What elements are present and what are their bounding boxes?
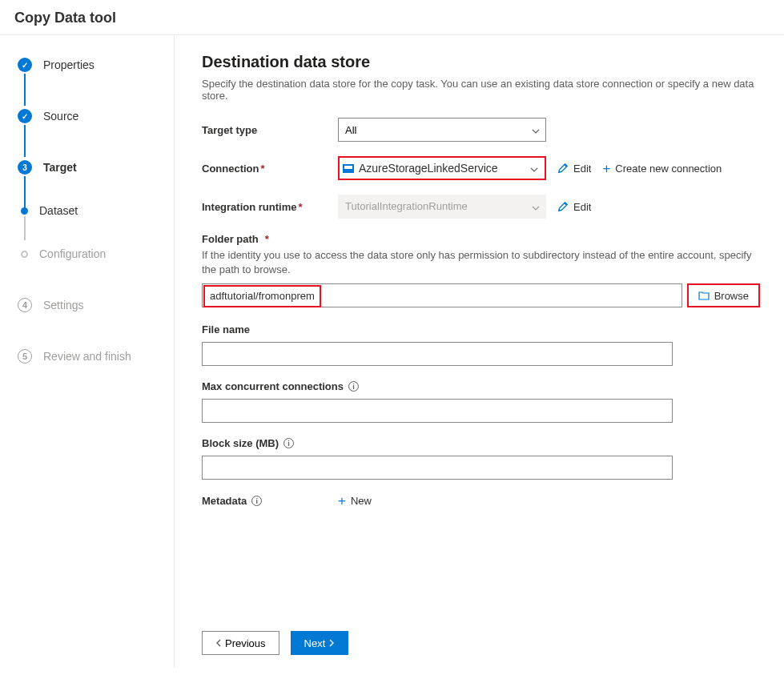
folder-path-input[interactable]: adftutorial/fromonprem bbox=[202, 283, 682, 307]
step-number-icon: 3 bbox=[18, 160, 32, 175]
sidebar-step-configuration[interactable]: Configuration bbox=[18, 243, 166, 264]
substep-dot-icon bbox=[21, 251, 28, 258]
sidebar-step-source[interactable]: ✓ Source bbox=[18, 106, 166, 127]
sidebar-step-review[interactable]: 5 Review and finish bbox=[18, 346, 166, 367]
plus-icon: + bbox=[338, 494, 346, 508]
sidebar-step-dataset[interactable]: Dataset bbox=[18, 200, 166, 221]
info-icon[interactable]: i bbox=[251, 496, 262, 506]
max-conn-input[interactable] bbox=[202, 399, 673, 423]
tool-title: Copy Data tool bbox=[14, 10, 116, 26]
storage-icon bbox=[343, 164, 354, 173]
connection-label: Connection* bbox=[202, 163, 338, 175]
runtime-label: Integration runtime* bbox=[202, 201, 338, 213]
block-size-label: Block size (MB) i bbox=[202, 437, 760, 449]
folder-path-help: If the identity you use to access the da… bbox=[202, 248, 760, 277]
create-connection-button[interactable]: + Create new connection bbox=[602, 162, 722, 175]
wizard-footer: Previous Next bbox=[202, 621, 760, 655]
folder-path-label: Folder path* bbox=[202, 233, 760, 245]
edit-runtime-button[interactable]: Edit bbox=[557, 201, 591, 213]
pencil-icon bbox=[557, 201, 569, 212]
info-icon[interactable]: i bbox=[348, 381, 359, 392]
file-name-input[interactable] bbox=[202, 342, 673, 366]
info-icon[interactable]: i bbox=[283, 438, 294, 448]
page-description: Specify the destination data store for t… bbox=[202, 78, 760, 102]
file-name-label: File name bbox=[202, 323, 760, 335]
edit-connection-button[interactable]: Edit bbox=[557, 163, 591, 175]
substep-dot-icon bbox=[21, 207, 28, 215]
checkmark-icon: ✓ bbox=[18, 109, 32, 123]
new-metadata-button[interactable]: + New bbox=[338, 494, 372, 508]
step-number-icon: 5 bbox=[18, 349, 32, 364]
metadata-label: Metadata i bbox=[202, 495, 338, 507]
browse-button[interactable]: Browse bbox=[687, 283, 760, 307]
next-button[interactable]: Next bbox=[291, 631, 349, 655]
page-title: Destination data store bbox=[202, 53, 760, 71]
plus-icon: + bbox=[602, 162, 610, 175]
target-type-select[interactable]: All bbox=[338, 118, 546, 142]
chevron-left-icon bbox=[215, 639, 222, 647]
runtime-select: TutorialIntegrationRuntime bbox=[338, 195, 546, 219]
connection-select[interactable]: AzureStorageLinkedService bbox=[338, 156, 546, 180]
checkmark-icon: ✓ bbox=[18, 58, 32, 72]
sidebar-step-settings[interactable]: 4 Settings bbox=[18, 295, 166, 315]
sidebar-step-target[interactable]: 3 Target bbox=[18, 157, 166, 178]
previous-button[interactable]: Previous bbox=[202, 631, 279, 655]
target-type-label: Target type bbox=[202, 124, 338, 136]
sidebar-step-properties[interactable]: ✓ Properties bbox=[18, 54, 166, 75]
wizard-sidebar: ✓ Properties ✓ Source 3 Target Dataset C… bbox=[0, 35, 175, 668]
max-conn-label: Max concurrent connections i bbox=[202, 380, 760, 392]
chevron-right-icon bbox=[328, 639, 335, 647]
tool-header: Copy Data tool bbox=[0, 0, 784, 35]
step-number-icon: 4 bbox=[18, 298, 32, 312]
block-size-input[interactable] bbox=[202, 456, 673, 480]
pencil-icon bbox=[557, 163, 569, 174]
folder-icon bbox=[698, 291, 710, 300]
main-content: Destination data store Specify the desti… bbox=[175, 35, 784, 668]
